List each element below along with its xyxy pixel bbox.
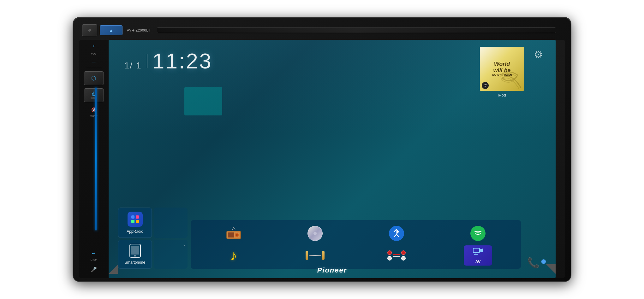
vol-badge: vol01 (482, 82, 489, 89)
album-title: Worldwill be (493, 61, 510, 74)
ipod-widget[interactable]: Worldwill be KARSTIN OWEN vol01 iPod (480, 47, 524, 97)
radio-tile[interactable] (194, 223, 273, 243)
svg-line-9 (234, 227, 236, 229)
smartphone-label: Smartphone (125, 260, 145, 265)
spotify-icon (470, 226, 486, 241)
album-artist: KARSTIN OWEN (492, 73, 512, 76)
pioneer-brand-label: Pioneer (317, 266, 347, 274)
clock-area: 1/ 1 11:23 (124, 49, 212, 73)
model-label: AVH-Z2000BT (127, 28, 151, 32)
bottom-icons: AppRadio Smartpho (118, 208, 546, 269)
disp-label: DISP (91, 258, 97, 261)
aux-tile[interactable] (275, 245, 355, 266)
svg-rect-1 (136, 215, 139, 219)
appradio-label: AppRadio (127, 229, 143, 234)
smartphone-icon (129, 244, 141, 258)
empty-tile-2: › (154, 240, 188, 269)
eject-button[interactable] (82, 24, 97, 36)
cd-tile[interactable] (275, 223, 355, 243)
time-display: 11:23 (152, 49, 212, 73)
av-tile: AV (464, 245, 492, 266)
spotify-tile[interactable] (438, 223, 518, 243)
cd-slot (157, 27, 556, 33)
vol-label: VOL (91, 52, 97, 55)
right-panel (556, 40, 565, 278)
screen-container: 1/ 1 11:23 ⚙ Wor (109, 40, 556, 278)
smartphone-tile[interactable]: Smartphone (118, 240, 152, 269)
separator-1 (86, 68, 102, 68)
music-note-icon: ♪ (230, 248, 237, 263)
blue-accent-stripe (95, 87, 97, 231)
appradio-icon (128, 212, 143, 227)
svg-rect-5 (228, 232, 234, 237)
rca-tile[interactable] (357, 245, 436, 266)
appradio-tile[interactable]: AppRadio (118, 208, 152, 238)
av-label: AV (475, 259, 480, 264)
aux-icon (306, 251, 325, 260)
music-note-tile[interactable]: ♪ (194, 245, 273, 266)
volume-up-icon: + (87, 42, 100, 50)
left-panel: + VOL – ⬡ ⏻ ⬛⬛⬛ 🔇 MUTE (79, 40, 109, 278)
source-button[interactable]: ⬡ (84, 71, 104, 85)
smartphone-home-btn (134, 255, 136, 256)
smartphone-screen (131, 246, 139, 255)
av-icon (473, 247, 483, 258)
volume-up-button[interactable]: + (84, 42, 104, 50)
mute-icon: 🔇 (87, 105, 100, 114)
main-screen[interactable]: 1/ 1 11:23 ⚙ Wor (109, 40, 556, 278)
corner-br (546, 264, 556, 274)
left-source-grid: AppRadio Smartpho (118, 208, 188, 269)
top-left-controls: ▲ AVH-Z2000BT (82, 24, 151, 36)
ipod-label: iPod (498, 93, 506, 97)
empty-tile-1 (154, 208, 188, 238)
power-button[interactable]: ⏻ ⬛⬛⬛ (84, 88, 104, 102)
power-indicator (88, 29, 91, 32)
source-icon: ⬡ (91, 75, 96, 82)
svg-rect-0 (131, 215, 134, 219)
back-icon: ↩ (87, 249, 100, 258)
eject-icon-button[interactable]: ▲ (100, 25, 122, 35)
album-art: Worldwill be KARSTIN OWEN vol01 (480, 47, 524, 91)
corner-bl (109, 264, 118, 274)
unit-shell: ▲ AVH-Z2000BT + VOL – ⬡ (73, 17, 571, 282)
chevron-icon: › (183, 242, 185, 248)
svg-point-7 (236, 234, 238, 236)
svg-rect-10 (473, 248, 480, 253)
volume-down-icon: – (87, 57, 100, 66)
date-display: 1/ 1 (124, 61, 142, 71)
teal-decoration (184, 87, 222, 115)
mic-button[interactable]: 🎤 (84, 265, 104, 274)
album-art-inner: Worldwill be KARSTIN OWEN vol01 (480, 47, 524, 91)
svg-rect-3 (136, 220, 139, 223)
svg-line-8 (232, 227, 234, 231)
cd-hole (313, 232, 317, 235)
bluetooth-tile[interactable] (357, 223, 436, 243)
phone-bt-icon: 📞 ⬤ (527, 257, 546, 269)
settings-button[interactable]: ⚙ (534, 49, 543, 61)
back-disp-button[interactable]: ↩ DISP (84, 249, 104, 261)
av-tile-wrapper[interactable]: AV (438, 245, 518, 266)
bt-superscript-icon: ⬤ (541, 259, 546, 264)
cd-icon (307, 226, 323, 241)
mute-button[interactable]: 🔇 MUTE (84, 105, 104, 118)
rca-icon (387, 250, 406, 261)
top-bar: ▲ AVH-Z2000BT (79, 22, 565, 38)
volume-down-button[interactable]: – (84, 57, 104, 66)
radio-icon (225, 227, 242, 240)
svg-rect-2 (131, 220, 134, 223)
phone-bt-tile[interactable]: 📞 ⬤ (527, 257, 546, 269)
main-body: + VOL – ⬡ ⏻ ⬛⬛⬛ 🔇 MUTE (79, 40, 565, 278)
clock-separator (147, 54, 147, 68)
mic-icon: 🎤 (87, 265, 100, 274)
bluetooth-icon (389, 226, 404, 241)
smartphone-icon-wrap (129, 244, 141, 258)
right-source-grid: ♪ (191, 220, 521, 269)
